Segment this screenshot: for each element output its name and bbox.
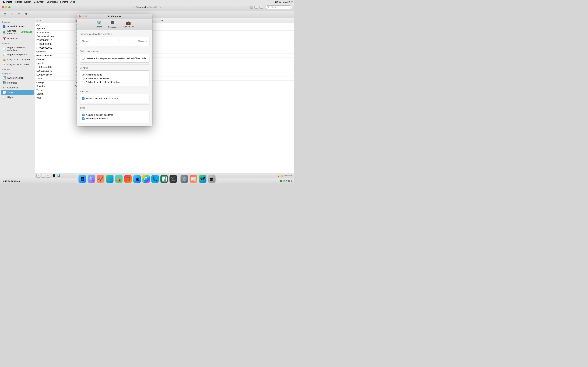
radio-solde[interactable]: [82, 74, 85, 76]
sidebar-item-titres[interactable]: 📉 Titres: [1, 90, 34, 95]
menu-operations[interactable]: Opérations: [47, 0, 58, 3]
sidebar-item-categories[interactable]: 🏷 Catégories: [1, 85, 34, 90]
add-button[interactable]: +: [36, 174, 40, 178]
pref-radio-solde-valide[interactable]: Afficher le solde validé: [82, 77, 147, 80]
pref-radio-solde[interactable]: Afficher le solde: [82, 73, 147, 76]
sidebar-item-synchro[interactable]: 🔄 Synchronisation: [1, 75, 34, 80]
view-btn-2[interactable]: [254, 6, 258, 8]
monnaies-checkbox[interactable]: [82, 97, 85, 100]
sidebar-item-camembert[interactable]: 🥧 Diagramme camembert: [1, 57, 34, 62]
sidebar-item-echeancier[interactable]: 📅 Échéancier: [1, 36, 34, 41]
print-button[interactable]: 🖨: [2, 12, 8, 17]
table-row[interactable]: Technip ⇅ EUR (€) ⇅: [35, 88, 294, 92]
sidebar-item-sous-ops[interactable]: 📄 Rapport de sous-opérations: [1, 45, 34, 52]
import-button[interactable]: ⬆: [16, 12, 22, 17]
sidebar-item-arnaud[interactable]: 👤 Arnaud Schuster: [1, 24, 34, 29]
dock-excel[interactable]: 📊: [160, 175, 169, 183]
table-row[interactable]: BNP Paribas ⇅ EUR (€) ⇅: [35, 31, 294, 34]
table-row[interactable]: Ingenico ⇅ EUR (€) ⇅: [35, 61, 294, 65]
table-row[interactable]: Orange Google:EPA:ORA ⇅ EUR (€) ⇅: [35, 81, 294, 84]
tag-icon: 🏷: [2, 86, 6, 89]
close-button[interactable]: [2, 6, 4, 8]
dimension-slider[interactable]: [82, 39, 147, 39]
dock-finder[interactable]: 🖥: [78, 175, 87, 183]
menu-fenetre[interactable]: Fenêtre: [60, 0, 68, 3]
dock-appstore[interactable]: 🛍: [133, 175, 141, 183]
calculator-button[interactable]: 🖩: [23, 12, 29, 17]
lock-label: 🔒 Verrouiller: [281, 175, 293, 177]
table-row[interactable]: FR0000437113 ⇅ EUR (€) ⇅: [35, 38, 294, 42]
export-button[interactable]: ⬇: [9, 12, 15, 17]
table-row[interactable]: Porsche Google:ETR:PAH3 ⇅ EUR (€) ⇅: [35, 84, 294, 88]
menu-aide[interactable]: Aide: [70, 0, 75, 3]
menu-edition[interactable]: Édition: [24, 0, 31, 3]
bank-icon: 🏦: [2, 31, 6, 34]
pref-close-button[interactable]: [79, 15, 81, 17]
dock-music[interactable]: 🎵: [124, 175, 132, 183]
table-row[interactable]: Guerbet ⇅ EUR (€) ⇅: [35, 58, 294, 61]
dock-skype[interactable]: 📞: [151, 175, 159, 183]
table-row[interactable]: LU0234585437 ⇅ EUR (€) ⇅: [35, 73, 294, 77]
table-row[interactable]: FR0000438905 ⇅ EUR (€) ⇅: [35, 42, 294, 46]
titres-checkbox-2[interactable]: [82, 117, 85, 120]
titres-checkbox-1[interactable]: [82, 114, 85, 116]
view-btn-1[interactable]: [250, 6, 253, 8]
monnaies-label: Monnaies: [7, 82, 32, 84]
cell-nom: ADP: [35, 23, 73, 26]
dock-maps2[interactable]: 🗺: [199, 175, 207, 183]
menu-document[interactable]: Document: [34, 0, 44, 3]
comparatif-label: Rapport comparatif: [7, 53, 32, 56]
radio-solde-valide[interactable]: [82, 77, 85, 80]
dock-mars[interactable]: 📰: [189, 175, 198, 183]
remove-button[interactable]: −: [41, 174, 45, 178]
dock-siri[interactable]: 🔍: [87, 175, 96, 183]
chart-view-button[interactable]: 📊: [57, 174, 60, 178]
pref-minimize-button[interactable]: [82, 15, 84, 17]
table-row[interactable]: Ubisoft ⇅ EUR (€) ⇅: [35, 92, 294, 96]
dock-photos2[interactable]: 🎬: [169, 175, 178, 183]
table-row[interactable]: Gameloft ⇅ EUR (€) ⇅: [35, 50, 294, 54]
menu-fichier[interactable]: Fichier: [15, 0, 22, 3]
table-row[interactable]: LU0165128348 ⇅ EUR (€) ⇅: [35, 69, 294, 73]
sidebar-item-monnaies[interactable]: 💱 Monnaies: [1, 80, 34, 85]
slider-max-label: Plus grand: [138, 40, 147, 42]
table-row[interactable]: Deutsche Wohnen ⇅ EUR (€) ⇅: [35, 34, 294, 38]
pref-radio-both[interactable]: Afficher le solde et le solde validé: [82, 81, 147, 83]
sidebar-item-barres[interactable]: 📈 Diagramme en barres: [1, 62, 34, 67]
table-row[interactable]: Vinci ⇅ EUR (€) ⇅: [35, 96, 294, 100]
edition-checkbox[interactable]: [82, 57, 85, 60]
cell-date: [157, 90, 175, 91]
pref-tab-icomptapro[interactable]: 💼 iCompta Pro: [120, 20, 137, 29]
lock-button[interactable]: 🔒 🔒 Verrouiller: [277, 175, 293, 177]
view-btn-3[interactable]: [259, 6, 263, 8]
pref-toolbar: ⚙️ Général Opérations 💼 iCompta Pro: [77, 19, 152, 30]
list-view-button[interactable]: ☰: [52, 174, 55, 178]
dock-maps[interactable]: ⛺: [115, 175, 123, 183]
dock-safari[interactable]: 🌐: [105, 175, 114, 183]
table-row[interactable]: LU0054450605 ⇅ EUR (€) ⇅: [35, 65, 294, 69]
pref-monnaies-row: Mettre à jour les taux de change: [82, 97, 147, 100]
sidebar-item-nouveau[interactable]: 🏦 Nouveau compte 2 12 417,00 €: [1, 29, 34, 35]
table-row[interactable]: ADP ⇅ EUR (€) ⇅: [35, 23, 294, 27]
settings-gear-button[interactable]: ⚙: [46, 174, 50, 178]
radio-both[interactable]: [82, 81, 85, 83]
table-row[interactable]: Alphabet Google:NASDAQ:GOOG ⇅ USD ($) ⇅: [35, 27, 294, 31]
table-row[interactable]: FR0010932053 ⇅ EUR (€) ⇅: [35, 46, 294, 50]
search-box[interactable]: 🔍 Titres: [266, 5, 292, 9]
app-name[interactable]: iCompta: [3, 0, 12, 3]
minimize-button[interactable]: [5, 6, 7, 8]
table-row[interactable]: Nicox ⇅ EUR (€) ⇅: [35, 77, 294, 81]
cell-date: [157, 48, 175, 48]
pref-tab-operations[interactable]: Opérations: [105, 20, 120, 29]
maximize-button[interactable]: [9, 6, 10, 8]
table-row[interactable]: General Electric ⇅ EUR (€) ⇅: [35, 54, 294, 58]
sidebar-item-regles[interactable]: 📋 Règles: [1, 95, 34, 100]
pref-maximize-button[interactable]: [85, 15, 87, 17]
dock-trash[interactable]: 🗑: [208, 175, 216, 183]
sidebar-item-comparatif[interactable]: 📊 Rapport comparatif: [1, 52, 34, 57]
dock-launchpad[interactable]: 🚀: [96, 175, 105, 183]
regles-label: Règles: [7, 96, 32, 99]
dock-photos[interactable]: 🌊: [142, 175, 150, 183]
dock-systemprefs[interactable]: ⚙️: [180, 175, 189, 183]
pref-tab-general[interactable]: ⚙️ Général: [93, 20, 105, 29]
